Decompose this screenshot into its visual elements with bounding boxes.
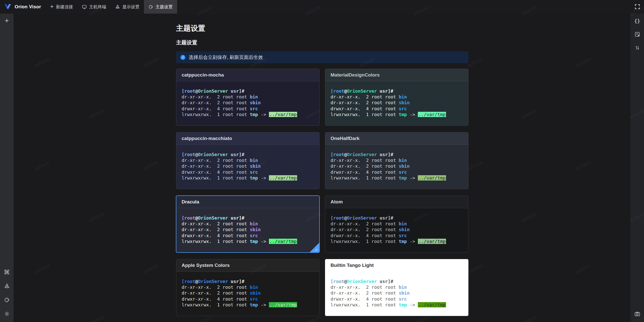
command-icon[interactable]: ⌘ — [4, 269, 10, 275]
theme-card-title: catppuccin-mocha — [176, 69, 319, 81]
seal-icon — [115, 5, 120, 9]
symlink-target: ../var/tmp — [418, 112, 446, 117]
add-tab-icon[interactable]: + — [5, 17, 9, 24]
terminal-preview: [root@OrionServer usr]#dr-xr-xr-x. 2 roo… — [325, 81, 468, 117]
info-icon: i — [180, 55, 185, 60]
app-brand[interactable]: Orion Visor — [0, 0, 44, 14]
symlink-target: ../var/tmp — [418, 302, 446, 307]
seal-icon[interactable] — [4, 283, 10, 289]
symlink-target: ../var/tmp — [269, 302, 297, 307]
gear-icon[interactable] — [4, 310, 10, 317]
symlink-target: ../var/tmp — [269, 239, 297, 244]
nav-label: 显示设置 — [122, 4, 139, 10]
info-alert: i 选择后会立刻保存, 刷新页面后生效 — [176, 51, 468, 63]
theme-card-Builtin Tango Light[interactable]: Builtin Tango Light[root@OrionServer usr… — [325, 259, 468, 316]
symlink-target: ../var/tmp — [269, 112, 297, 117]
theme-card-catppuccin-mocha[interactable]: catppuccin-mocha[root@OrionServer usr]#d… — [176, 69, 319, 126]
symlink-target: ../var/tmp — [418, 239, 446, 244]
right-sidebar-bottom — [634, 310, 640, 322]
theme-card-title: OneHalfDark — [325, 132, 468, 145]
main-menu: + 新建连接 主机终端 显示设置 — [46, 0, 177, 14]
plus-icon: + — [50, 4, 54, 10]
nav-theme-settings[interactable]: 主题设置 — [144, 0, 177, 14]
theme-card-catppuccin-macchiato[interactable]: catppuccin-macchiato[root@OrionServer us… — [176, 132, 319, 189]
info-alert-text: 选择后会立刻保存, 刷新页面后生效 — [189, 54, 263, 61]
theme-card-title: Dracula — [176, 196, 319, 208]
theme-grid: catppuccin-mocha[root@OrionServer usr]#d… — [176, 69, 468, 322]
nav-label: 主机终端 — [89, 4, 106, 10]
sort-arrows-icon[interactable] — [634, 44, 640, 51]
monitor-icon — [82, 5, 87, 9]
theme-card-title: MaterialDesignColors — [325, 69, 468, 81]
right-sidebar-top: {} — [634, 18, 640, 51]
document-bookmark-icon[interactable] — [634, 31, 640, 38]
theme-card-Dracula[interactable]: Dracula[root@OrionServer usr]#dr-xr-xr-x… — [176, 196, 319, 253]
terminal-preview: [root@OrionServer usr]#dr-xr-xr-x. 2 roo… — [176, 208, 319, 244]
top-navbar: Orion Visor + 新建连接 主机终端 显示 — [0, 0, 644, 14]
camera-icon[interactable] — [634, 310, 640, 317]
symlink-target: ../var/tmp — [418, 175, 446, 181]
app-logo-icon — [4, 4, 12, 10]
left-sidebar-bottom: ⌘ — [4, 269, 10, 322]
theme-card-Apple System Colors[interactable]: Apple System Colors[root@OrionServer usr… — [176, 259, 319, 316]
main-content: 主题设置 主题设置 i 选择后会立刻保存, 刷新页面后生效 catppuccin… — [14, 14, 630, 322]
theme-card-title: Atom — [325, 196, 468, 208]
left-sidebar: + ⌘ — [0, 14, 14, 322]
selected-check-icon: ✓ — [315, 247, 318, 252]
nav-label: 新建连接 — [56, 4, 73, 10]
theme-card-Atom[interactable]: Atom[root@OrionServer usr]#dr-xr-xr-x. 2… — [325, 196, 468, 253]
nav-new-connection[interactable]: + 新建连接 — [46, 0, 77, 14]
theme-card-title: Apple System Colors — [176, 259, 319, 272]
terminal-preview: [root@OrionServer usr]#dr-xr-xr-x. 2 roo… — [176, 81, 319, 117]
braces-icon[interactable]: {} — [634, 18, 640, 24]
terminal-preview: [root@OrionServer usr]#dr-xr-xr-x. 2 roo… — [325, 272, 468, 308]
terminal-preview: [root@OrionServer usr]#dr-xr-xr-x. 2 roo… — [176, 272, 319, 308]
page-title: 主题设置 — [176, 24, 630, 33]
palette-icon — [148, 5, 153, 9]
terminal-preview: [root@OrionServer usr]#dr-xr-xr-x. 2 roo… — [176, 145, 319, 181]
app-title: Orion Visor — [15, 4, 41, 10]
theme-card-MaterialDesignColors[interactable]: MaterialDesignColors[root@OrionServer us… — [325, 69, 468, 126]
nav-label: 主题设置 — [155, 4, 173, 10]
theme-card-title: Builtin Tango Light — [325, 259, 468, 272]
terminal-preview: [root@OrionServer usr]#dr-xr-xr-x. 2 roo… — [325, 145, 468, 181]
nav-host-terminal[interactable]: 主机终端 — [77, 0, 111, 14]
fullscreen-icon[interactable] — [634, 4, 640, 10]
symlink-target: ../var/tmp — [269, 175, 297, 181]
right-sidebar: {} — [630, 14, 644, 322]
theme-card-title: catppuccin-macchiato — [176, 132, 319, 145]
section-title: 主题设置 — [176, 39, 630, 46]
theme-card-OneHalfDark[interactable]: OneHalfDark[root@OrionServer usr]#dr-xr-… — [325, 132, 468, 189]
palette-icon[interactable] — [4, 297, 10, 303]
nav-display-settings[interactable]: 显示设置 — [111, 0, 144, 14]
terminal-preview: [root@OrionServer usr]#dr-xr-xr-x. 2 roo… — [325, 208, 468, 244]
